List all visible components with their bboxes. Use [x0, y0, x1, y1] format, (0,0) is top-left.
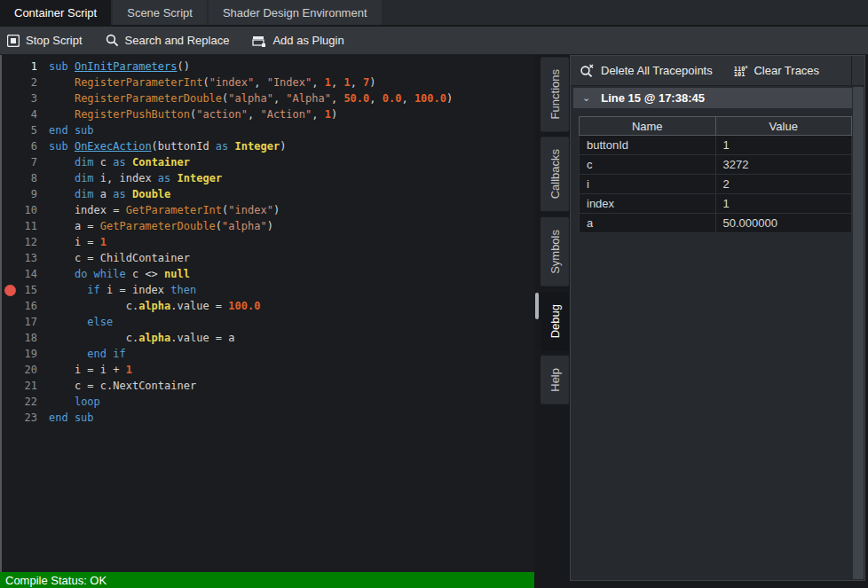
trace-col-value[interactable]: Value — [715, 117, 852, 136]
breakpoint-margin[interactable] — [2, 314, 18, 330]
breakpoint-margin[interactable] — [2, 378, 18, 394]
code-line-16[interactable]: 16 c.alpha.value = 100.0 — [2, 298, 534, 314]
tracepoint-group-header[interactable]: ⌄ Line 15 @ 17:38:45 — [573, 88, 852, 108]
code-line-11[interactable]: 11 a = GetParameterDouble("alpha") — [2, 218, 534, 234]
code-line-6[interactable]: 6sub OnExecAction(buttonId as Integer) — [2, 138, 534, 154]
trace-value-cell: 1 — [715, 136, 852, 155]
side-tab-functions[interactable]: Functions — [541, 57, 569, 131]
breakpoint-margin[interactable] — [2, 186, 18, 202]
add-as-plugin-button[interactable]: Add as Plugin — [252, 34, 343, 47]
breakpoint-margin[interactable] — [2, 138, 18, 154]
code-line-2[interactable]: 2 RegisterParameterInt("index", "Index",… — [2, 74, 534, 90]
code-text: loop — [37, 394, 100, 410]
code-line-3[interactable]: 3 RegisterParameterDouble("alpha", "Alph… — [2, 90, 534, 106]
code-line-7[interactable]: 7 dim c as Container — [2, 154, 534, 170]
side-tab-help[interactable]: Help — [541, 356, 569, 404]
clear-traces-button[interactable]: 110x 101 Clear Traces — [734, 64, 819, 77]
breakpoint-margin[interactable] — [2, 218, 18, 234]
breakpoint-dot[interactable] — [4, 285, 16, 296]
code-text: a = GetParameterDouble("alpha") — [37, 218, 273, 234]
code-text: RegisterParameterInt("index", "Index", 1… — [37, 74, 376, 90]
doc-tab-container-script[interactable]: Container Script — [0, 0, 111, 25]
code-line-4[interactable]: 4 RegisterPushButton("action", "Action",… — [2, 106, 534, 122]
trace-value-cell: 3272 — [715, 155, 852, 175]
breakpoint-margin[interactable] — [2, 202, 18, 218]
breakpoint-margin[interactable] — [2, 106, 18, 122]
breakpoint-margin[interactable] — [2, 59, 18, 74]
code-text: c.alpha.value = a — [37, 330, 235, 346]
trace-row-buttonId[interactable]: buttonId1 — [580, 136, 852, 155]
code-line-14[interactable]: 14 do while c <> null — [2, 266, 534, 282]
line-number: 21 — [18, 378, 37, 394]
breakpoint-margin[interactable] — [2, 154, 18, 170]
breakpoint-margin[interactable] — [2, 346, 18, 362]
panel-toolbar-corner — [851, 56, 864, 85]
trace-toolbar: Delete All Tracepoints 110x 101 Clear Tr… — [571, 56, 864, 86]
trace-row-index[interactable]: index1 — [580, 194, 852, 214]
doc-tab-shader-design-environment[interactable]: Shader Design Environment — [209, 0, 382, 25]
side-tab-callbacks[interactable]: Callbacks — [541, 137, 569, 211]
breakpoint-margin[interactable] — [2, 122, 18, 138]
line-number: 18 — [18, 330, 37, 346]
breakpoint-margin[interactable] — [2, 298, 18, 314]
trace-col-name[interactable]: Name — [580, 117, 716, 136]
breakpoint-margin[interactable] — [2, 234, 18, 250]
code-text: c = ChildContainer — [37, 250, 190, 266]
stop-script-button[interactable]: Stop Script — [7, 34, 83, 47]
code-line-20[interactable]: 20 i = i + 1 — [2, 362, 534, 378]
code-text: i = i + 1 — [37, 362, 132, 378]
search-and-replace-button[interactable]: Search and Replace — [106, 34, 230, 47]
trace-row-c[interactable]: c3272 — [580, 155, 852, 175]
delete-all-tracepoints-button[interactable]: Delete All Tracepoints — [580, 64, 713, 78]
trace-value-cell: 1 — [715, 194, 852, 214]
debug-panel: Delete All Tracepoints 110x 101 Clear Tr… — [570, 55, 865, 581]
code-line-8[interactable]: 8 dim i, index as Integer — [2, 170, 534, 186]
splitter-grip[interactable] — [535, 293, 539, 319]
breakpoint-margin[interactable] — [2, 170, 18, 186]
line-number: 19 — [18, 346, 37, 362]
code-text: RegisterPushButton("action", "Action", 1… — [37, 106, 337, 122]
doc-tab-scene-script[interactable]: Scene Script — [113, 0, 207, 25]
line-number: 10 — [18, 202, 37, 218]
code-line-22[interactable]: 22 loop — [2, 394, 534, 410]
line-number: 1 — [18, 59, 37, 74]
code-line-9[interactable]: 9 dim a as Double — [2, 186, 534, 202]
side-tab-debug[interactable]: Debug — [541, 292, 569, 350]
code-line-5[interactable]: 5end sub — [2, 122, 534, 138]
trace-name-cell: c — [580, 155, 716, 175]
breakpoint-margin[interactable] — [2, 250, 18, 266]
code-line-12[interactable]: 12 i = 1 — [2, 234, 534, 250]
breakpoint-margin[interactable] — [2, 410, 18, 426]
code-line-21[interactable]: 21 c = c.NextContainer — [2, 378, 534, 394]
code-line-23[interactable]: 23end sub — [2, 410, 534, 426]
document-tabbar: Container ScriptScene ScriptShader Desig… — [0, 0, 868, 27]
editor-panel-splitter[interactable] — [534, 55, 540, 588]
line-number: 14 — [18, 266, 37, 282]
trace-row-a[interactable]: a50.000000 — [580, 214, 852, 233]
panel-scrollbar[interactable] — [852, 86, 864, 580]
code-line-1[interactable]: 1sub OnInitParameters() — [2, 59, 534, 74]
code-text: do while c <> null — [37, 266, 190, 282]
breakpoint-margin[interactable] — [2, 90, 18, 106]
panel-scrollbar-thumb[interactable] — [853, 87, 864, 579]
code-line-15[interactable]: 15 if i = index then — [2, 282, 534, 298]
side-tabstrip: FunctionsCallbacksSymbolsDebugHelp — [540, 55, 570, 588]
breakpoint-margin[interactable] — [2, 330, 18, 346]
code-line-10[interactable]: 10 index = GetParameterInt("index") — [2, 202, 534, 218]
code-line-19[interactable]: 19 end if — [2, 346, 534, 362]
breakpoint-margin[interactable] — [2, 394, 18, 410]
breakpoint-margin[interactable] — [2, 362, 18, 378]
code-editor[interactable]: 1sub OnInitParameters()2 RegisterParamet… — [0, 55, 534, 572]
side-tab-symbols[interactable]: Symbols — [541, 217, 569, 286]
code-line-13[interactable]: 13 c = ChildContainer — [2, 250, 534, 266]
search-icon — [106, 34, 119, 47]
code-line-18[interactable]: 18 c.alpha.value = a — [2, 330, 534, 346]
breakpoint-margin[interactable] — [2, 74, 18, 90]
breakpoint-margin[interactable] — [2, 266, 18, 282]
code-line-17[interactable]: 17 else — [2, 314, 534, 330]
line-number: 23 — [18, 410, 37, 426]
code-text: index = GetParameterInt("index") — [37, 202, 280, 218]
breakpoint-margin[interactable] — [2, 282, 18, 298]
trace-row-i[interactable]: i2 — [580, 175, 852, 194]
code-text: c.alpha.value = 100.0 — [37, 298, 260, 314]
